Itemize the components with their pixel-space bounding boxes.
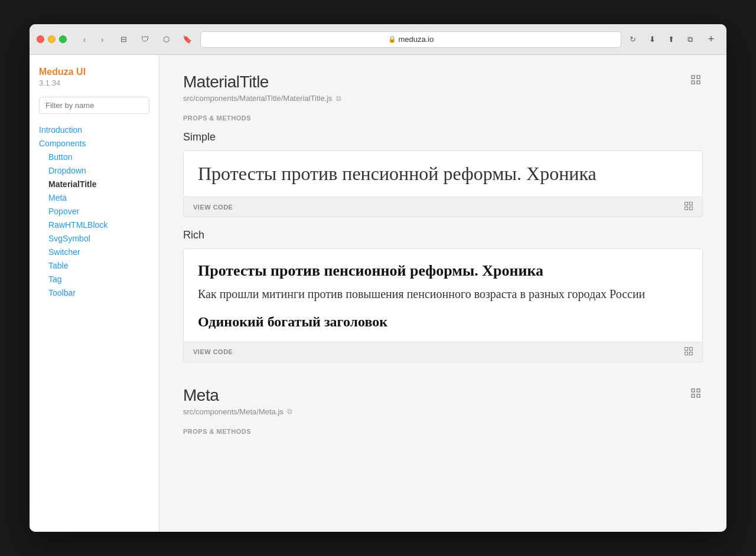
meta-component-path: src/components/Meta/Meta.js ⧉	[183, 407, 703, 416]
bookmark-icon[interactable]: 🔖	[179, 33, 195, 46]
svg-rect-3	[697, 81, 700, 84]
page-layout: Meduza UI 3.1.34 Introduction Components…	[30, 55, 726, 532]
sidebar-nav: Introduction Components Button Dropdown …	[39, 123, 149, 299]
simple-example-title: Simple	[183, 131, 703, 143]
rich-demo-title-2: Одинокий богатый заголовок	[198, 314, 688, 330]
download-icon[interactable]: ⬇	[644, 33, 660, 46]
sidebar-item-dropdown[interactable]: Dropdown	[48, 164, 149, 177]
extensions-icon[interactable]: ⬡	[158, 33, 174, 46]
traffic-lights	[37, 35, 67, 43]
meta-component-header: Meta	[183, 386, 703, 405]
svg-rect-4	[685, 202, 688, 205]
browser-actions: ⬇ ⬆ ⧉	[644, 33, 698, 46]
sidebar-item-materialtitle[interactable]: MaterialTitle	[48, 178, 149, 191]
component-header: MaterialTitle	[183, 73, 703, 91]
shield-icon[interactable]: 🛡	[136, 33, 153, 46]
tab-overview-icon[interactable]: ⧉	[682, 33, 698, 46]
rich-example-title: Rich	[183, 229, 703, 241]
rich-demo-title: Протесты против пенсионной реформы. Хрон…	[198, 261, 688, 281]
sidebar-item-svgsymbol[interactable]: SvgSymbol	[48, 232, 149, 245]
sidebar-item-button[interactable]: Button	[48, 151, 149, 163]
svg-rect-8	[685, 347, 688, 350]
sidebar-version: 3.1.34	[39, 79, 149, 87]
expand-icon	[691, 75, 700, 84]
svg-rect-13	[697, 389, 700, 392]
sidebar-item-toolbar[interactable]: Toolbar	[48, 286, 149, 299]
share-icon[interactable]: ⬆	[663, 33, 679, 46]
meta-expand-button[interactable]	[689, 386, 703, 400]
meta-expand-icon	[691, 388, 700, 398]
url-text: meduza.io	[399, 35, 434, 44]
meta-path-text: src/components/Meta/Meta.js	[183, 407, 284, 416]
svg-rect-0	[692, 76, 695, 79]
meta-section: Meta src/components/Meta/Meta.js ⧉	[183, 386, 703, 435]
sidebar-item-introduction[interactable]: Introduction	[39, 123, 149, 136]
sidebar-item-table[interactable]: Table	[48, 259, 149, 272]
sidebar-item-rawhtmlblock[interactable]: RawHTMLBlock	[48, 218, 149, 231]
rich-expand-button[interactable]	[685, 347, 693, 357]
svg-rect-14	[692, 394, 695, 397]
fullscreen-button[interactable]	[59, 35, 67, 43]
path-text: src/components/MaterialTitle/MaterialTit…	[183, 94, 333, 103]
sidebar-sub-items: Button Dropdown MaterialTitle Meta Popov…	[48, 151, 149, 299]
close-button[interactable]	[37, 35, 44, 43]
svg-rect-5	[690, 202, 693, 205]
sidebar-item-meta[interactable]: Meta	[48, 191, 149, 204]
svg-rect-15	[697, 394, 700, 397]
svg-rect-10	[685, 352, 688, 355]
simple-view-code-bar: VIEW CODE	[183, 197, 703, 217]
expand-code-icon-2	[685, 347, 693, 355]
meta-copy-icon[interactable]: ⧉	[287, 407, 292, 416]
reading-list-icon[interactable]: ⊟	[115, 33, 132, 46]
expand-button[interactable]	[689, 73, 703, 87]
component-path: src/components/MaterialTitle/MaterialTit…	[183, 94, 703, 103]
svg-rect-2	[692, 81, 695, 84]
sidebar-item-switcher[interactable]: Switcher	[48, 246, 149, 259]
browser-chrome: ‹ › ⊟ 🛡 ⬡ 🔖 🔒 meduza.io ↻ ⬇ ⬆ ⧉ +	[30, 24, 726, 55]
rich-demo-subtitle: Как прошли митинги против повышения пенс…	[198, 286, 688, 302]
rich-view-code-bar: VIEW CODE	[183, 342, 703, 362]
main-content: MaterialTitle src/components/MaterialTit…	[159, 55, 726, 532]
nav-buttons: ‹ ›	[76, 33, 110, 46]
simple-demo-text: Протесты против пенсионной реформы. Хрон…	[198, 163, 688, 185]
copy-icon[interactable]: ⧉	[336, 94, 341, 103]
materialtitle-section: MaterialTitle src/components/MaterialTit…	[183, 73, 703, 362]
sidebar-item-tag[interactable]: Tag	[48, 273, 149, 286]
simple-preview: Протесты против пенсионной реформы. Хрон…	[183, 151, 703, 197]
sidebar-title: Meduza UI	[39, 67, 149, 77]
props-label: PROPS & METHODS	[183, 115, 703, 122]
meta-component-title: Meta	[183, 386, 219, 405]
svg-rect-7	[690, 207, 693, 210]
simple-example: Simple Протесты против пенсионной реформ…	[183, 131, 703, 217]
sidebar-item-components[interactable]: Components	[39, 137, 149, 150]
lock-icon: 🔒	[388, 35, 396, 43]
browser-window: ‹ › ⊟ 🛡 ⬡ 🔖 🔒 meduza.io ↻ ⬇ ⬆ ⧉ + Meduza…	[30, 24, 726, 532]
simple-view-code-label: VIEW CODE	[193, 204, 233, 211]
rich-view-code-label: VIEW CODE	[193, 348, 233, 355]
simple-expand-button[interactable]	[685, 202, 693, 212]
svg-rect-6	[685, 207, 688, 210]
svg-rect-11	[690, 352, 693, 355]
expand-code-icon	[685, 202, 693, 210]
filter-input[interactable]	[39, 97, 149, 114]
rich-preview: Протесты против пенсионной реформы. Хрон…	[183, 248, 703, 342]
svg-rect-9	[690, 347, 693, 350]
svg-rect-1	[697, 76, 700, 79]
minimize-button[interactable]	[48, 35, 56, 43]
forward-button[interactable]: ›	[94, 33, 110, 46]
svg-rect-12	[692, 389, 695, 392]
rich-example: Rich Протесты против пенсионной реформы.…	[183, 229, 703, 362]
address-bar[interactable]: 🔒 meduza.io	[200, 31, 621, 48]
sidebar-brand: Meduza UI 3.1.34	[39, 67, 149, 87]
sidebar: Meduza UI 3.1.34 Introduction Components…	[30, 55, 159, 532]
component-title: MaterialTitle	[183, 73, 269, 91]
reload-button[interactable]: ↻	[626, 33, 639, 46]
sidebar-item-popover[interactable]: Popover	[48, 205, 149, 218]
new-tab-button[interactable]: +	[703, 31, 719, 48]
meta-props-label: PROPS & METHODS	[183, 428, 703, 435]
back-button[interactable]: ‹	[76, 33, 93, 46]
